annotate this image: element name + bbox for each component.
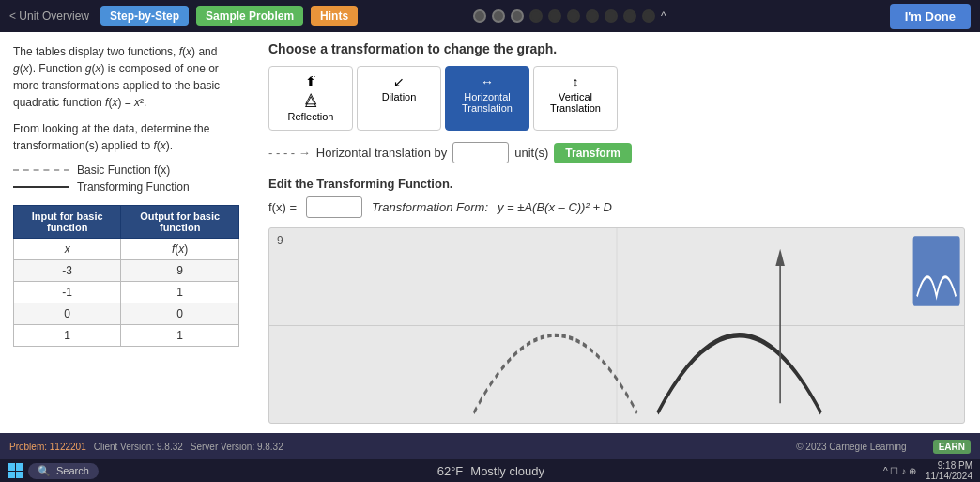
earn-label: EARN bbox=[933, 440, 971, 454]
legend-dashed-line bbox=[13, 169, 69, 171]
weather-display: Mostly cloudy bbox=[470, 464, 544, 478]
edit-section: Edit the Transforming Function. f(x) = T… bbox=[268, 177, 965, 218]
progress-caret: ^ bbox=[661, 9, 666, 23]
transform-formula: y = ±A(B(x – C))² + D bbox=[498, 200, 612, 214]
description-text: The tables display two functions, f(x) a… bbox=[13, 43, 239, 111]
fx-input[interactable] bbox=[306, 196, 362, 218]
search-label: Search bbox=[56, 465, 89, 476]
transform-form-label: Transformation Form: bbox=[372, 200, 488, 214]
problem-id: Problem: 1122201 bbox=[9, 442, 86, 452]
fx-label: f(x) = bbox=[268, 200, 297, 214]
legend-transform: Transforming Function bbox=[13, 180, 239, 194]
horizontal-translation-label: HorizontalTranslation bbox=[462, 91, 513, 114]
vertical-translation-label: VerticalTranslation bbox=[550, 91, 601, 114]
horizontal-translation-button[interactable]: ↔ HorizontalTranslation bbox=[445, 66, 529, 131]
progress-dots: ^ bbox=[473, 9, 666, 23]
windows-icon[interactable] bbox=[8, 463, 23, 478]
taskbar-time: 9:18 PM 11/14/2024 bbox=[926, 460, 972, 481]
taskbar: 🔍 Search 62°F Mostly cloudy ^ ☐ ♪ ⊕ 9:18… bbox=[0, 459, 980, 482]
vertical-translation-button[interactable]: ↕ VerticalTranslation bbox=[533, 66, 618, 131]
table-cell: 1 bbox=[14, 325, 121, 347]
legend-transform-label: Transforming Function bbox=[77, 180, 190, 194]
h-translate-suffix: unit(s) bbox=[514, 146, 548, 160]
unit-overview-link[interactable]: < Unit Overview bbox=[9, 9, 89, 23]
reflection-icon: ⬆̈ bbox=[305, 74, 316, 89]
table-cell: 9 bbox=[121, 260, 239, 282]
graph-svg bbox=[269, 228, 964, 423]
progress-dot-8 bbox=[605, 9, 618, 23]
table-cell: 0 bbox=[121, 303, 239, 325]
dilation-button[interactable]: ↙ Dilation bbox=[357, 66, 441, 131]
table-row: -3 9 bbox=[14, 260, 239, 282]
table-header-col1: Input for basicfunction bbox=[14, 206, 121, 239]
table-header-col2: Output for basicfunction bbox=[121, 206, 239, 239]
graph-area: 9 bbox=[268, 227, 965, 424]
right-panel: Choose a transformation to change the gr… bbox=[253, 32, 980, 433]
progress-dot-4 bbox=[529, 9, 543, 23]
temp-display: 62°F bbox=[437, 464, 464, 478]
bottom-bar: Problem: 1122201 Client Version: 9.8.32 … bbox=[0, 433, 980, 459]
h-translate-prefix: Horizontal translation by bbox=[316, 146, 447, 160]
dilation-icon: ↙ bbox=[393, 74, 405, 89]
table-sub-fx: f(x) bbox=[121, 239, 239, 260]
edit-row: f(x) = Transformation Form: y = ±A(B(x –… bbox=[268, 196, 965, 218]
progress-dot-6 bbox=[567, 9, 580, 23]
progress-dot-3 bbox=[511, 9, 524, 23]
taskbar-right: ^ ☐ ♪ ⊕ 9:18 PM 11/14/2024 bbox=[883, 460, 972, 481]
left-panel: The tables display two functions, f(x) a… bbox=[0, 32, 253, 433]
legend-basic-label: Basic Function f(x) bbox=[77, 163, 170, 177]
server-version: Server Version: 9.8.32 bbox=[191, 442, 283, 452]
im-done-button[interactable]: I'm Done bbox=[890, 4, 971, 29]
h-translate-input[interactable] bbox=[452, 142, 509, 163]
edit-title: Edit the Transforming Function. bbox=[268, 177, 965, 191]
data-table: Input for basicfunction Output for basic… bbox=[13, 205, 239, 347]
horizontal-translation-icon: ↔ bbox=[481, 74, 494, 89]
table-row: 1 1 bbox=[14, 325, 239, 347]
legend-basic: Basic Function f(x) bbox=[13, 163, 239, 177]
progress-dot-7 bbox=[586, 9, 599, 23]
table-cell: -1 bbox=[14, 282, 121, 303]
progress-dot-10 bbox=[642, 9, 655, 23]
main-content: The tables display two functions, f(x) a… bbox=[0, 32, 980, 433]
horizontal-translation-row: - - - - → Horizontal translation by unit… bbox=[268, 142, 965, 163]
table-cell: -3 bbox=[14, 260, 121, 282]
top-navigation: < Unit Overview Step-by-Step Sample Prob… bbox=[0, 0, 980, 32]
table-cell: 0 bbox=[14, 303, 121, 325]
search-icon: 🔍 bbox=[38, 465, 51, 477]
vertical-translation-icon: ↕ bbox=[573, 74, 579, 89]
dilation-label: Dilation bbox=[382, 91, 417, 102]
copyright: © 2023 Carnegie Learning bbox=[796, 442, 906, 452]
legend-solid-line bbox=[13, 186, 69, 188]
instruction-text: From looking at the data, determine the … bbox=[13, 120, 239, 154]
reflection-button[interactable]: ⬆̈ △ ▽ Reflection bbox=[268, 66, 353, 131]
taskbar-center: 62°F Mostly cloudy bbox=[437, 464, 544, 478]
hints-button[interactable]: Hints bbox=[311, 6, 358, 26]
table-cell: 1 bbox=[121, 325, 239, 347]
table-row: -1 1 bbox=[14, 282, 239, 303]
progress-dot-9 bbox=[623, 9, 636, 23]
transformation-buttons: ⬆̈ △ ▽ Reflection ↙ Dilation ↔ Horizonta… bbox=[268, 66, 965, 131]
progress-dot-2 bbox=[492, 9, 505, 23]
reflection-label: Reflection bbox=[288, 111, 334, 122]
time-display: 9:18 PM bbox=[926, 460, 972, 471]
step-by-step-button[interactable]: Step-by-Step bbox=[100, 6, 189, 26]
table-row: 0 0 bbox=[14, 303, 239, 325]
client-version: Client Version: 9.8.32 bbox=[94, 442, 183, 452]
progress-dot-1 bbox=[473, 9, 486, 23]
taskbar-icons: ^ ☐ ♪ ⊕ bbox=[883, 466, 916, 476]
progress-dot-5 bbox=[548, 9, 561, 23]
transform-go-button[interactable]: Transform bbox=[554, 143, 632, 163]
taskbar-left: 🔍 Search bbox=[8, 463, 99, 479]
table-sub-x: x bbox=[14, 239, 121, 260]
search-bar[interactable]: 🔍 Search bbox=[28, 463, 99, 479]
date-display: 11/14/2024 bbox=[926, 471, 972, 481]
table-cell: 1 bbox=[121, 282, 239, 303]
choose-title: Choose a transformation to change the gr… bbox=[268, 41, 965, 56]
legend: Basic Function f(x) Transforming Functio… bbox=[13, 163, 239, 194]
sample-problem-button[interactable]: Sample Problem bbox=[196, 6, 303, 26]
